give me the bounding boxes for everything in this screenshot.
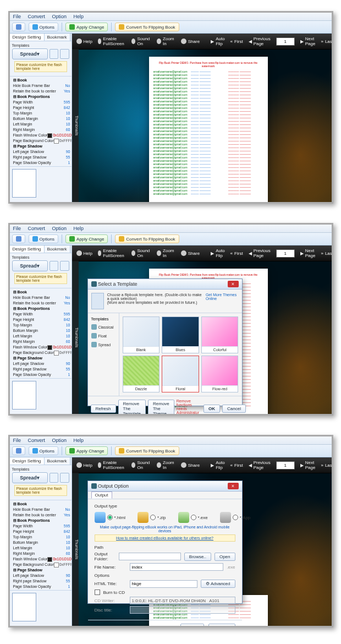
tab-bookmark[interactable]: Bookmark [45,34,70,41]
tab-output[interactable]: Output [91,492,112,499]
nav-classical[interactable]: Classical [90,323,117,331]
options-button[interactable]: Options [29,446,59,455]
ptb-first[interactable]: « First [230,39,243,44]
template-select-icon[interactable] [50,261,58,271]
nav-spread[interactable]: Spread [90,340,117,349]
ptb-zoom[interactable]: Zoom In [157,460,175,470]
options-button[interactable]: Options [29,23,59,31]
template-card-colorful[interactable]: Colorful [201,316,239,353]
convert-button[interactable]: Convert To Flipping Book [115,23,179,31]
remove-template-button[interactable]: Remove The Template [118,400,146,414]
ptb-autoflip[interactable]: ▶ Auto Flip [211,248,224,258]
spread-button[interactable]: Spread ▾ [12,472,48,483]
ptb-prev[interactable]: ◀ Previous Page [249,248,271,258]
ptb-help[interactable]: Help [76,39,92,44]
menu-file[interactable]: File [13,438,21,443]
radio-app[interactable] [233,515,238,520]
disc-title-input[interactable] [130,606,235,614]
ptb-autoflip[interactable]: ▶ Auto Flip [211,460,224,470]
close-button[interactable]: × [228,281,239,287]
convert-output-button[interactable]: Convert [208,624,235,626]
menu-help[interactable]: Help [74,14,84,19]
menu-file[interactable]: File [13,14,21,19]
apply-change-button[interactable]: Apply Change [65,446,108,455]
cd-writer-select[interactable] [130,597,235,604]
cancel-button[interactable]: Cancel [222,405,246,413]
template-select-icon[interactable] [50,49,58,59]
ptb-fullscreen[interactable]: Enable FullScreen [98,460,126,470]
settings-tree[interactable]: ⊟ Book Hide Book Frame BarNo Retain the … [10,77,72,166]
burn-cd-checkbox[interactable] [95,590,100,595]
template-card-dazzle[interactable]: Dazzle [123,356,160,392]
html-title-input[interactable] [130,580,198,588]
remove-theme-button[interactable]: Remove The Theme [148,400,174,414]
page-thumb[interactable] [12,593,36,621]
refresh-button[interactable]: Refresh [91,405,116,413]
ptb-autoflip[interactable]: ▶ Auto Flip [211,36,224,46]
menu-option[interactable]: Option [52,226,67,231]
vstrip-thumb[interactable]: Thumbnails [75,264,79,411]
ptb-sound[interactable]: Sound On [131,460,151,470]
page-number-input[interactable] [276,461,295,470]
ptb-first[interactable]: « First [230,463,243,468]
type-zip[interactable]: *.zip [138,512,166,523]
ptb-last[interactable]: » Last [321,251,331,256]
template-card-floral[interactable]: Floral [162,356,199,392]
ptb-help[interactable]: Help [76,250,92,256]
template-import-icon[interactable] [60,261,69,271]
ptb-next[interactable]: ▶ Next Page [300,460,316,470]
ptb-zoom[interactable]: Zoom In [157,36,175,46]
settings-tree[interactable]: ⊟ Book Hide Book Frame BarNo Retain the … [10,500,72,590]
page-thumb[interactable] [12,381,36,410]
ptb-zoom[interactable]: Zoom In [157,248,175,258]
nav-float[interactable]: Float [90,331,117,340]
import-button[interactable] [12,234,25,243]
cancel-button[interactable]: Cancel [180,624,204,626]
ptb-help[interactable]: Help [76,462,92,468]
menu-convert[interactable]: Convert [28,14,46,19]
template-import-icon[interactable] [60,49,69,59]
ok-button[interactable]: OK [204,405,220,413]
close-button[interactable]: × [228,483,239,489]
tab-bookmark[interactable]: Bookmark [45,245,70,253]
menu-help[interactable]: Help [74,226,84,231]
vstrip-thumb[interactable]: Thumbnails [75,52,79,199]
type-html[interactable]: *.html [95,512,125,523]
page-number-input[interactable] [276,249,295,258]
browse-button[interactable]: Browse.. [184,553,211,561]
ptb-last[interactable]: » Last [321,39,331,44]
type-exe[interactable]: *.exe [178,512,208,523]
apply-change-button[interactable]: Apply Change [65,23,108,31]
convert-button[interactable]: Convert To Flipping Book [115,446,179,455]
template-card-flowred[interactable]: Flow-red [201,356,239,392]
options-button[interactable]: Options [29,234,59,243]
radio-exe[interactable] [191,515,196,520]
ptb-sound[interactable]: Sound On [131,36,151,46]
vstrip-thumb[interactable]: Thumbnails [75,476,79,623]
ptb-next[interactable]: ▶ Next Page [300,36,316,46]
tab-design[interactable]: Design Setting [10,457,45,465]
tab-design[interactable]: Design Setting [10,245,45,253]
ptb-fullscreen[interactable]: Enable FullScreen [98,248,126,258]
template-card-blank[interactable]: Blank [123,316,160,353]
spread-button[interactable]: Spread ▾ [12,260,48,271]
output-help-link[interactable]: How to make created eBooks available for… [95,534,235,542]
radio-html[interactable] [107,515,113,520]
ptb-prev[interactable]: ◀ Previous Page [249,460,271,470]
apply-change-button[interactable]: Apply Change [65,234,108,243]
get-more-themes-link[interactable]: Get More Themes Online [206,293,239,309]
ptb-next[interactable]: ▶ Next Page [300,248,316,258]
ptb-prev[interactable]: ◀ Previous Page [249,36,271,46]
template-card-blues[interactable]: Blues [162,316,199,353]
import-button[interactable] [12,446,25,455]
template-import-icon[interactable] [60,473,69,483]
template-select-icon[interactable] [50,473,58,483]
type-app[interactable]: *.App [220,512,251,523]
tab-design[interactable]: Design Setting [10,34,45,41]
convert-button[interactable]: Convert To Flipping Book [115,234,179,243]
ptb-fullscreen[interactable]: Enable FullScreen [98,36,126,46]
tab-bookmark[interactable]: Bookmark [45,457,70,465]
menu-convert[interactable]: Convert [28,438,46,443]
menu-convert[interactable]: Convert [28,226,46,231]
page-number-input[interactable] [276,37,295,46]
